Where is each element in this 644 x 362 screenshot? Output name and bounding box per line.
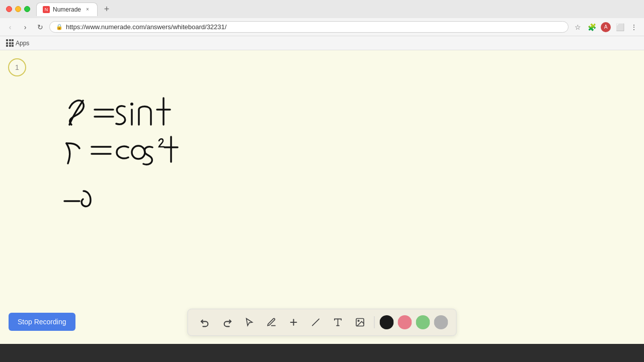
page-content: 1	[0, 50, 644, 344]
browser-chrome: N Numerade × + ‹ › ↻ 🔒 https://www.numer…	[0, 0, 644, 50]
toolbar-divider	[374, 316, 375, 328]
highlight-tool-button[interactable]	[307, 313, 325, 331]
add-element-button[interactable]	[285, 313, 303, 331]
color-gray-swatch[interactable]	[434, 315, 448, 329]
back-button[interactable]: ‹	[4, 21, 16, 33]
title-bar: N Numerade × +	[0, 0, 644, 18]
address-bar[interactable]: 🔒 https://www.numerade.com/answers/white…	[49, 21, 569, 33]
maximize-button[interactable]	[24, 6, 30, 12]
color-pink-swatch[interactable]	[398, 315, 412, 329]
extensions-button[interactable]: 🧩	[586, 21, 598, 33]
tab-close-button[interactable]: ×	[84, 6, 91, 13]
forward-button[interactable]: ›	[19, 21, 31, 33]
minimize-button[interactable]	[15, 6, 21, 12]
undo-button[interactable]	[196, 313, 214, 331]
apps-grid-icon	[6, 39, 14, 47]
browser-tab[interactable]: N Numerade ×	[36, 3, 98, 16]
profile-button[interactable]: A	[600, 21, 612, 33]
bookmark-star-button[interactable]: ☆	[572, 21, 584, 33]
apps-bookmark[interactable]: Apps	[6, 39, 29, 47]
select-tool-button[interactable]	[240, 313, 259, 331]
new-tab-button[interactable]: +	[100, 2, 114, 16]
traffic-lights	[6, 6, 30, 12]
color-green-swatch[interactable]	[416, 315, 430, 329]
math-drawing	[35, 70, 236, 251]
menu-button[interactable]: ⋮	[628, 21, 640, 33]
tab-title: Numerade	[53, 6, 81, 13]
stop-recording-button[interactable]: Stop Recording	[9, 313, 75, 331]
whiteboard-canvas[interactable]	[0, 50, 644, 344]
color-black-swatch[interactable]	[380, 315, 394, 329]
svg-point-3	[130, 103, 133, 106]
text-tool-button[interactable]	[329, 313, 347, 331]
close-button[interactable]	[6, 6, 12, 12]
nav-bar: ‹ › ↻ 🔒 https://www.numerade.com/answers…	[0, 18, 644, 36]
nav-actions: ☆ 🧩 A ⬜ ⋮	[572, 21, 640, 33]
refresh-button[interactable]: ↻	[34, 21, 46, 33]
tab-favicon: N	[43, 6, 50, 13]
bottom-toolbar	[188, 309, 457, 336]
svg-point-18	[358, 320, 359, 322]
apps-label: Apps	[16, 40, 29, 47]
image-tool-button[interactable]	[351, 313, 369, 331]
lock-icon: 🔒	[56, 24, 63, 30]
svg-line-14	[312, 319, 319, 325]
redo-button[interactable]	[218, 313, 236, 331]
cast-button[interactable]: ⬜	[614, 21, 626, 33]
bookmarks-bar: Apps	[0, 36, 644, 50]
svg-point-8	[132, 146, 145, 159]
pen-tool-button[interactable]	[263, 313, 281, 331]
address-text: https://www.numerade.com/answers/whitebo…	[66, 23, 562, 31]
